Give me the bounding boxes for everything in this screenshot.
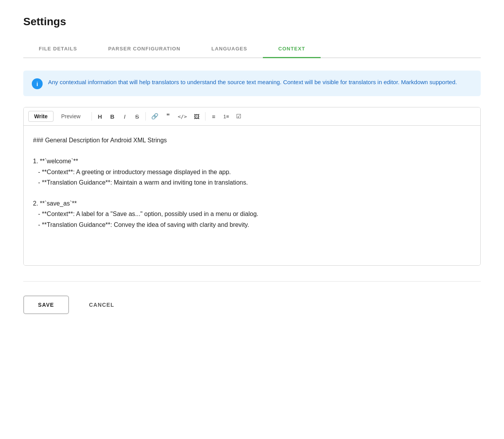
link-button[interactable]: 🔗 xyxy=(148,111,162,122)
tabs-bar: FILE DETAILS PARSER CONFIGURATION LANGUA… xyxy=(23,40,481,58)
footer-buttons: SAVE CANCEL xyxy=(23,296,481,314)
page-container: Settings FILE DETAILS PARSER CONFIGURATI… xyxy=(0,0,504,337)
toolbar-divider-2 xyxy=(145,112,146,121)
bold-icon: B xyxy=(110,113,114,120)
toolbar-divider-1 xyxy=(91,112,92,121)
quote-button[interactable]: " xyxy=(162,111,174,122)
italic-button[interactable]: I xyxy=(119,111,131,122)
image-icon: 🖼 xyxy=(194,113,200,120)
info-icon: i xyxy=(32,78,43,89)
unordered-list-button[interactable]: ≡ xyxy=(208,111,219,122)
heading-icon: H xyxy=(98,113,102,120)
code-button[interactable]: </> xyxy=(175,111,190,122)
toolbar-divider-3 xyxy=(205,112,205,121)
heading-button[interactable]: H xyxy=(94,111,106,122)
strikethrough-button[interactable]: S xyxy=(131,111,143,122)
tab-context[interactable]: CONTEXT xyxy=(263,40,321,58)
page-title: Settings xyxy=(23,16,481,28)
strikethrough-icon: S xyxy=(135,113,139,120)
editor-toolbar: Write Preview H B I S 🔗 " </ xyxy=(24,107,480,126)
save-button[interactable]: SAVE xyxy=(23,296,69,314)
preview-tab-button[interactable]: Preview xyxy=(56,111,86,121)
info-banner: i Any contextual information that will h… xyxy=(23,71,481,96)
quote-icon: " xyxy=(166,112,170,121)
image-button[interactable]: 🖼 xyxy=(191,111,203,122)
write-tab-button[interactable]: Write xyxy=(28,111,54,122)
link-icon: 🔗 xyxy=(151,113,159,120)
tab-parser-configuration[interactable]: PARSER CONFIGURATION xyxy=(93,40,196,58)
ordered-list-icon: 1≡ xyxy=(223,114,229,119)
code-icon: </> xyxy=(178,114,187,119)
bold-button[interactable]: B xyxy=(107,111,118,122)
cancel-button[interactable]: CANCEL xyxy=(75,296,128,313)
info-text: Any contextual information that will hel… xyxy=(48,78,457,87)
task-list-icon: ☑ xyxy=(236,113,241,120)
context-editor[interactable]: ### General Description for Android XML … xyxy=(24,126,480,265)
italic-icon: I xyxy=(124,113,125,120)
tab-languages[interactable]: LANGUAGES xyxy=(196,40,262,58)
editor-container: Write Preview H B I S 🔗 " </ xyxy=(23,107,481,266)
footer-divider xyxy=(23,281,481,282)
ordered-list-button[interactable]: 1≡ xyxy=(220,111,232,122)
unordered-list-icon: ≡ xyxy=(212,113,216,120)
tab-file-details[interactable]: FILE DETAILS xyxy=(23,40,93,58)
task-list-button[interactable]: ☑ xyxy=(233,111,245,122)
